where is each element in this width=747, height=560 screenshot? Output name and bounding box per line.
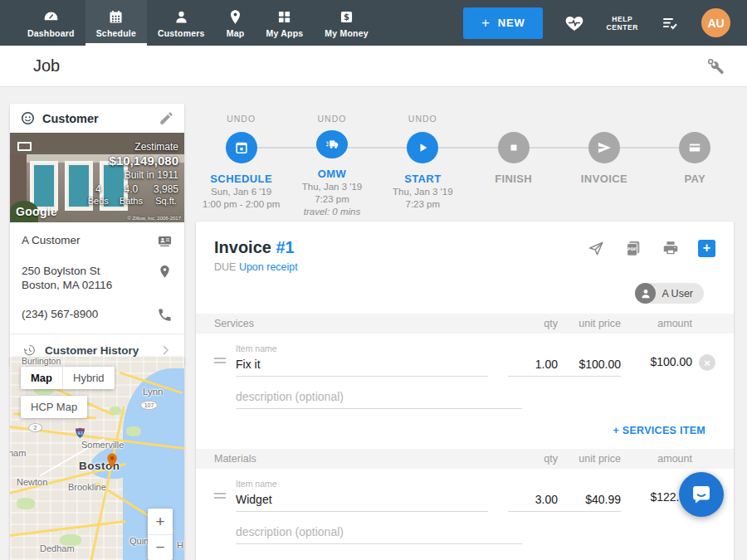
zoom-in-button[interactable]: + [148,509,173,534]
item-description-input[interactable] [236,387,522,409]
nav-item-my-apps[interactable]: My Apps [256,0,315,46]
add-material-row: + MATERIALS ITEM [196,544,734,560]
map-park [17,498,35,509]
add-services-item-link[interactable]: + SERVICES ITEM [613,425,706,436]
nav-item-dashboard[interactable]: Dashboard [17,0,85,46]
help-center-button[interactable]: HELP CENTER [606,15,638,32]
drag-handle-icon[interactable] [214,490,236,512]
tasks-list-icon[interactable] [660,13,680,33]
invoice-step-button[interactable] [588,132,620,163]
customer-address-row: 250 Boylston St Boston, MA 02116 [10,256,184,299]
invoice-header: Invoice #1 DUE Upon receipt PDF + [196,222,734,314]
nav-item-customers[interactable]: Customers [147,0,216,46]
service-item-row: Item name $100.00 × [196,343,734,377]
amount-column-header: amount [634,453,692,465]
baths-label: Baths [120,196,143,206]
timeline-step-invoice: INVOICE [559,114,649,217]
material-item-row: Item name $122.97 [196,479,734,512]
section-name: Services [214,318,508,329]
pay-step-button[interactable] [679,132,710,163]
svg-text:93: 93 [77,431,82,436]
nav-item-my-money[interactable]: $ My Money [314,0,378,46]
page-title: Job [33,56,60,75]
start-step-button[interactable] [407,132,438,163]
add-invoice-button[interactable]: + [698,240,715,257]
google-watermark: Google [16,205,57,218]
service-item-description-row [196,385,734,409]
plus-glyph: + [481,15,491,32]
map-label-hingham: Hi [177,540,184,550]
invoice-number[interactable]: #1 [276,238,294,256]
item-unit-price-input[interactable] [558,489,621,512]
invoice-actions: PDF + [586,238,715,258]
nav-item-schedule[interactable]: Schedule [85,0,147,46]
user-avatar[interactable]: AU [701,8,730,37]
send-invoice-icon[interactable] [586,238,606,258]
nav-label: My Apps [266,28,304,38]
timeline-step-pay: PAY [650,114,740,217]
step-label: FINISH [495,173,532,185]
job-tools-icon[interactable] [706,56,725,76]
undo-button[interactable]: UNDO [227,114,256,132]
calendar-icon [233,139,250,156]
map-type-map-button[interactable]: Map [21,367,62,389]
drag-handle-icon[interactable] [214,355,236,377]
health-heart-icon[interactable] [564,13,584,33]
timeline-step-start: UNDO START Thu, Jan 3 '19 7:23 pm [378,114,468,217]
send-icon [596,139,613,156]
nav-label: Dashboard [27,28,75,38]
sqft-label: Sq.ft. [154,196,178,206]
route-2-shield: 2 [28,423,42,432]
edit-pencil-icon[interactable] [159,110,174,126]
due-terms-link[interactable]: Upon receipt [239,261,298,273]
step-label: START [404,173,441,185]
item-unit-price-input[interactable] [558,354,621,377]
step-date: Sun, Jan 6 '19 [211,186,271,197]
help-center-line2: CENTER [606,23,638,32]
location-pin-icon[interactable] [157,264,173,280]
customer-name-row: A Customer [10,226,184,256]
property-photo[interactable]: Zestimate $10,149,080 Built in 1911 4Bed… [10,133,184,222]
play-icon [414,139,431,156]
contact-card-icon[interactable] [157,233,173,249]
print-icon[interactable] [661,238,681,258]
assigned-user-row: A User [214,273,715,314]
new-button[interactable]: + NEW [463,7,543,39]
item-description-input[interactable] [236,522,522,544]
invoice-due-line: DUE Upon receipt [214,261,715,273]
item-qty-input[interactable] [508,489,558,512]
customer-card-title: Customer [42,112,152,125]
assigned-user-avatar-icon [635,283,656,304]
customers-icon [172,7,190,26]
phone-icon[interactable] [157,307,173,323]
pdf-icon[interactable]: PDF [623,238,643,258]
undo-button[interactable]: UNDO [408,114,437,132]
chat-messenger-button[interactable] [679,472,724,517]
timeline-step-finish: FINISH [468,114,559,217]
map-widget[interactable]: Burlington Lynn Somerville Boston ham Ne… [10,357,184,560]
finish-step-button[interactable] [498,132,530,163]
item-name-input[interactable] [236,354,488,377]
omw-step-button[interactable] [316,130,348,158]
schedule-icon [107,7,125,26]
map-type-hybrid-button[interactable]: Hybrid [62,367,115,389]
map-label-lynn: Lynn [143,387,164,397]
property-stats: 4Beds 4.0Baths 3,985Sq.ft. [88,183,178,206]
item-qty-input[interactable] [508,354,558,377]
assigned-user-pill[interactable]: A User [635,283,704,304]
qty-column-header: qty [508,453,558,465]
hcp-map-button[interactable]: HCP Map [21,396,87,418]
undo-button[interactable]: UNDO [318,114,347,130]
zoom-out-button[interactable]: − [148,534,173,560]
nav-label: Customers [158,28,205,38]
nav-item-map[interactable]: Map [216,0,256,46]
delete-item-button[interactable]: × [699,354,715,371]
unit-price-column-header: unit price [558,453,621,465]
item-name-input[interactable] [236,489,488,512]
map-label-ham: ham [10,448,26,458]
due-label: DUE [214,261,236,273]
map-label-burlington: Burlington [22,357,61,366]
item-name-label: Item name [236,479,277,489]
schedule-step-button[interactable] [226,132,257,163]
job-location-pin-icon [106,453,118,468]
